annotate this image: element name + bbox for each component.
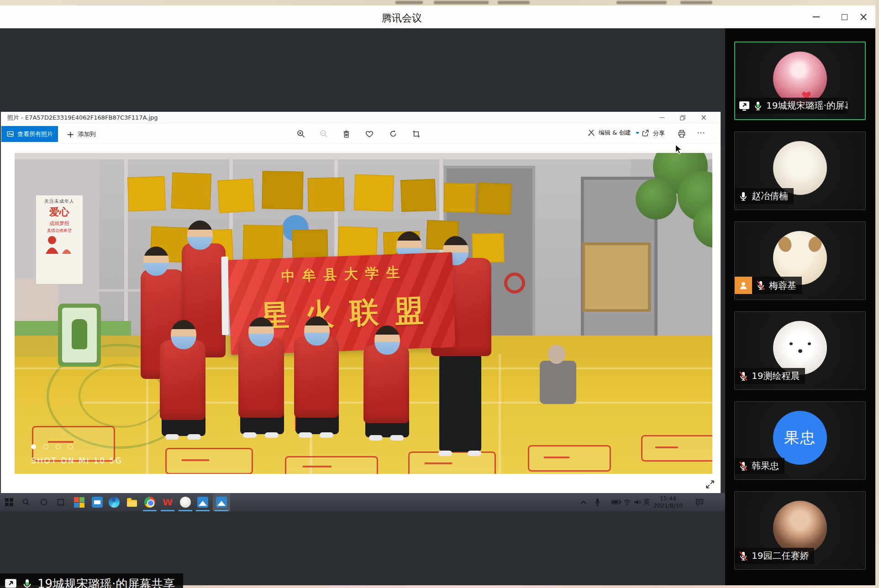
action-center-button[interactable] [694,497,705,507]
participant-name: 19城规宋璐瑶·的屏幕… [766,100,847,112]
person-head [143,247,169,276]
meeting-window: 腾讯会议 × 照片 - E7A57D2E3319E4062F168FB87C3F… [0,0,879,588]
person-shoe [438,451,452,456]
expand-button[interactable] [705,479,716,490]
see-all-photos-label: 查看所有照片 [17,130,53,138]
taskbar-app-explorer[interactable] [126,496,138,508]
chevron-up-icon [580,500,587,504]
participant-label-row: 19城规宋璐瑶·的屏幕… [735,98,847,114]
tray-clock[interactable]: 15:44 2021/8/10 [653,495,683,509]
poster-line1: 关注未成年人 [36,198,83,205]
taskbar-app-store[interactable] [73,496,85,508]
taskbar-app-round[interactable] [179,496,191,508]
person-head [187,220,213,250]
avatar-baby-photo [773,141,827,195]
close-icon: × [859,11,868,22]
mic-icon-active [21,578,33,588]
screen-share-icon [739,101,750,111]
screen-share-banner: 19城规宋璐瑶·的屏幕共享 [0,573,183,588]
tray-ime-indicator[interactable]: 英 [641,497,652,507]
zoom-in-button[interactable] [296,129,306,139]
tray-expand-button[interactable] [578,497,589,507]
crop-button[interactable] [411,129,421,139]
mic-muted-icon [738,371,748,381]
round-app-icon [180,497,191,508]
dot-filled [31,444,36,449]
zoom-out-icon [319,129,328,138]
print-button[interactable] [677,129,687,139]
favorite-button[interactable] [364,129,374,139]
tray-battery[interactable] [611,497,622,507]
minimize-button[interactable] [805,5,827,28]
more-button[interactable]: … [697,126,706,135]
taskbar-app-wps[interactable]: W [162,496,174,508]
edit-create-button[interactable]: 编辑 & 创建 [587,129,639,137]
share-label: 分享 [653,129,665,137]
start-button[interactable] [3,496,15,508]
taskbar-app-mail[interactable] [91,496,103,508]
mail-icon [92,497,103,508]
rotate-button[interactable] [388,129,398,139]
poster-line2: 爱心 [36,205,83,219]
photo-watermark: SHOT ON MI 10 5G [31,456,122,465]
restore-icon [680,115,685,121]
participant-tile[interactable]: 19园二任赛娇 [734,491,866,570]
participant-tile-sharer[interactable]: 19城规宋璐瑶·的屏幕… [734,42,866,120]
paper-square [171,173,212,210]
picture-icon [6,130,14,138]
taskbar-app-meeting[interactable] [197,496,209,508]
folder-icon [127,500,137,507]
tray-network[interactable] [622,497,633,507]
plus-icon: + [67,129,74,140]
share-button[interactable]: 分享 [641,129,665,137]
participant-name: 赵冶倩楠 [752,190,788,202]
delete-button[interactable] [341,129,351,139]
paper-square [477,183,512,215]
close-button[interactable]: × [852,5,875,28]
color-tiles-icon [74,497,84,508]
photos-restore-button[interactable] [675,112,690,123]
participant-tile[interactable]: 梅蓉基 [734,221,866,300]
taskbar-app-edge[interactable] [108,496,120,508]
taskbar-search-button[interactable] [20,496,32,508]
background-artifact [498,1,530,4]
add-to-button[interactable]: + 添加到 [63,126,100,142]
avatar-white-dog [773,321,827,375]
person-head [171,320,196,349]
notification-icon [695,499,704,506]
person-shoe [390,435,404,441]
meeting-title: 腾讯会议 [382,11,422,25]
participant-tile[interactable]: 19测绘程晨 [734,311,866,390]
speaker-icon [634,499,642,505]
photo-canvas[interactable]: 关注未成年人 爱心 成就梦想 真情点燃希望 中牟县大学生 星火联盟 [1,144,721,493]
taskbar-app-chrome[interactable] [144,496,156,508]
person-shoe [243,432,257,438]
photos-window-title: 照片 - E7A57D2E3319E4062F168FB87C3F117A.jp… [7,114,158,122]
edit-create-icon [587,129,595,137]
person-shoe [187,434,201,440]
participant-name: 19园二任赛娇 [752,550,809,562]
meeting-titlebar: 腾讯会议 × [0,5,875,28]
minimize-icon [813,16,820,17]
participant-tile[interactable]: 果忠 韩果忠 [734,401,866,480]
paper-square [262,171,303,210]
heart-icon [365,130,374,138]
plant-foliage [636,178,677,220]
participant-tile[interactable]: 赵冶倩楠 [734,131,866,210]
person-shoe [165,434,179,440]
cortana-button[interactable] [38,496,50,508]
paper-square [307,177,344,211]
tray-mic-device[interactable] [592,497,603,507]
floor-line [499,354,501,474]
task-view-button[interactable] [55,496,67,508]
tray-time: 15:44 [653,495,683,502]
mouse-cursor [675,144,683,157]
paper-square [400,179,436,212]
taskbar-app-photos[interactable] [216,496,227,508]
search-icon [22,498,30,506]
photos-close-button[interactable]: × [696,112,711,123]
see-all-photos-button[interactable]: 查看所有照片 [1,126,58,142]
dot [56,444,61,449]
zoom-out-button[interactable] [319,129,329,139]
photos-minimize-button[interactable] [654,112,669,123]
